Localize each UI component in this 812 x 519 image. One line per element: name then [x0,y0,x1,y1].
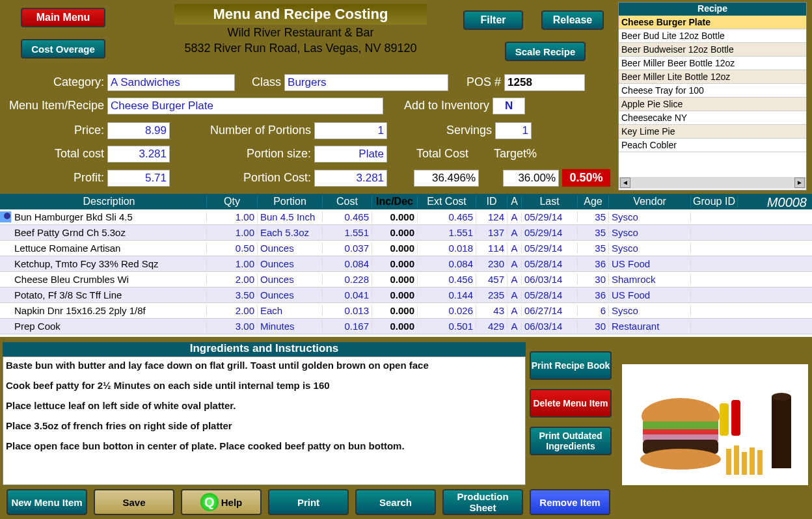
svg-rect-4 [643,421,718,431]
recipe-photo [622,364,808,485]
add-inventory-label: Add to Inventory [386,99,489,113]
recipe-list-panel: Recipe Cheese Burger PlateBeer Bud Lite … [618,2,807,191]
category-label: Category: [0,75,104,89]
delete-menu-item-button[interactable]: Delete Menu Item [530,389,612,418]
grid-header-cell[interactable]: Vendor [609,196,691,207]
recipe-list-item[interactable]: Cheese Burger Plate [619,16,806,29]
recipe-list-item[interactable]: Cheese Tray for 100 [619,84,806,98]
class-input[interactable] [284,74,448,91]
grid-header-cell[interactable]: Cost [323,196,372,207]
recipe-list-item[interactable]: Key Lime Pie [619,125,806,139]
svg-point-14 [772,393,791,401]
target-label: Target% [472,147,537,161]
production-sheet-button[interactable]: Production Sheet [442,489,523,515]
overage-output: 0.50% [562,169,610,187]
profit-label: Profit: [0,171,104,185]
help-icon: Q [200,493,219,511]
recipe-list-item[interactable]: Beer Bud Lite 12oz Bottle [619,29,806,43]
help-button[interactable]: QHelp [181,489,262,515]
grid-header-cell[interactable]: Qty [207,196,258,207]
grid-header-cell[interactable]: Last [522,196,578,207]
class-label: Class [238,75,281,89]
recipe-list-item[interactable]: Beer Budweiser 12oz Bottle [619,43,806,57]
print-button[interactable]: Print [268,489,349,515]
instructions-textarea[interactable]: Baste bun with butter and lay face down … [3,356,526,485]
table-row[interactable]: Beef Patty Grnd Ch 5.3oz1.00Each 5.3oz1.… [0,225,812,241]
print-outdated-button[interactable]: Print Outdated Ingredients [530,427,612,455]
recipe-list-item[interactable]: Apple Pie Slice [619,98,806,111]
grid-header-cell[interactable]: Inc/Dec [372,196,418,207]
new-menu-item-button[interactable]: New Menu Item [7,489,87,515]
ingredients-grid: DescriptionQtyPortionCostInc/DecExt Cost… [0,194,812,342]
scroll-left-icon[interactable]: ◄ [620,178,630,188]
release-button[interactable]: Release [541,10,604,30]
svg-rect-13 [757,450,763,475]
grid-header-cell[interactable]: Description [12,196,207,207]
price-label: Price: [0,124,104,137]
svg-rect-2 [731,400,740,436]
grid-header-cell[interactable]: Age [578,196,609,207]
recipe-list-item[interactable]: Beer Miller Beer Bottle 12oz [619,57,806,70]
price-input[interactable] [107,122,170,139]
recipe-list-item[interactable]: Cheesecake NY [619,111,806,125]
remove-item-button[interactable]: Remove Item [530,489,610,515]
svg-rect-1 [720,403,729,436]
table-row[interactable]: Cheese Bleu Crumbles Wi2.00Ounces0.2280.… [0,272,812,287]
grid-header-cell[interactable]: Group ID [691,196,738,207]
print-recipe-book-button[interactable]: Print Recipe Book [530,351,612,380]
ingredients-grid-body[interactable]: Bun Hamburger Bkd Sli 4.51.00Bun 4.5 Inc… [0,209,812,337]
instruction-line: Place 3.5oz of french fries on right sid… [6,420,522,431]
main-menu-button[interactable]: Main Menu [21,8,105,27]
page-title: Menu and Recipe Costing [174,4,427,25]
pos-label: POS # [452,75,501,89]
num-portions-input[interactable] [314,122,387,139]
portion-size-label: Portion size: [173,147,311,161]
grid-header-cell[interactable]: A [508,196,522,207]
svg-rect-9 [726,449,731,475]
profit-input [107,170,170,187]
table-row[interactable]: Prep Cook3.00Minutes0.1670.0000.501429A0… [0,319,812,334]
portion-cost-label: Portion Cost: [173,171,311,185]
recipe-list[interactable]: Cheese Burger PlateBeer Bud Lite 12oz Bo… [619,16,806,177]
instruction-line: Cook beef patty for 2½ Minutes on each s… [6,380,522,391]
table-row[interactable]: Potato, Ff 3/8 Sc Tff Line3.50Ounces0.04… [0,287,812,303]
servings-label: Servings [390,124,492,137]
scale-recipe-button[interactable]: Scale Recipe [505,42,586,61]
num-portions-label: Number of Portions [173,124,311,137]
table-row[interactable]: Lettuce Romaine Artisan0.50Ounces0.0370.… [0,241,812,256]
grid-header-cell[interactable]: Ext Cost [418,196,476,207]
add-inventory-input[interactable] [493,98,525,114]
portion-size-input[interactable] [314,146,387,163]
svg-point-8 [640,449,721,470]
scroll-right-icon[interactable]: ► [794,178,805,188]
instruction-line: Baste bun with butter and lay face down … [6,360,522,371]
category-input[interactable] [107,74,235,91]
filter-button[interactable]: Filter [463,10,523,30]
pos-input[interactable] [504,74,585,91]
grid-header-cell[interactable]: Portion [258,196,323,207]
total-cost-input [107,146,170,163]
cost-overage-button[interactable]: Cost Overage [21,39,105,59]
save-button[interactable]: Save [94,489,174,515]
recipe-list-item[interactable]: Peach Cobler [619,139,806,152]
grid-header-cell[interactable]: ID [476,196,508,207]
table-row[interactable]: Napkin Dnr 15x16.25 2ply 1/8f2.00Each0.0… [0,303,812,319]
target-percent-input[interactable] [503,170,559,187]
svg-rect-12 [750,447,755,475]
servings-input[interactable] [495,122,532,139]
instruction-line: Place open face bun botton in center of … [6,440,522,451]
table-row[interactable]: Ketchup, Tmto Fcy 33% Red Sqz1.00Ounces0… [0,256,812,272]
menu-item-label: Menu Item/Recipe [0,99,104,113]
restaurant-name: Wild River Restaurant & Bar [174,26,427,40]
portion-cost-input [314,170,387,187]
recipe-list-item[interactable]: Beer Miller Lite Bottle 12oz [619,70,806,84]
cost-percent-output [414,170,479,187]
recipe-list-header: Recipe [619,3,806,16]
menu-code: M0008 [767,195,807,210]
instruction-line: Place lettuce leaf on left side of white… [6,400,522,411]
menu-item-input[interactable] [107,98,383,114]
recipe-hscroll[interactable]: ◄ ► [619,177,806,189]
restaurant-address: 5832 River Run Road, Las Vegas, NV 89120 [174,42,427,55]
table-row[interactable]: Bun Hamburger Bkd Sli 4.51.00Bun 4.5 Inc… [0,209,812,225]
search-button[interactable]: Search [355,489,436,515]
